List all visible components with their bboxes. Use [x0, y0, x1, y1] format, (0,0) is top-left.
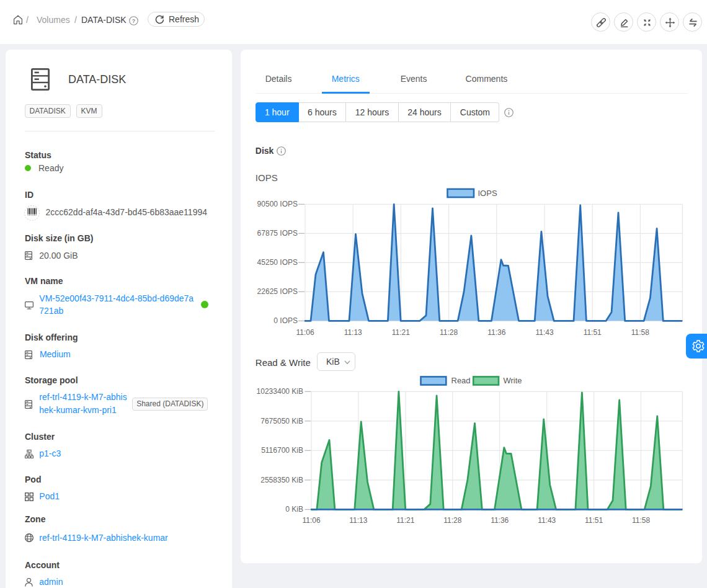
svg-text:45250 IOPS: 45250 IOPS: [257, 258, 298, 267]
svg-text:11:36: 11:36: [487, 328, 505, 337]
svg-text:11:21: 11:21: [396, 516, 414, 525]
svg-text:11:06: 11:06: [296, 328, 314, 337]
svg-text:0 KiB: 0 KiB: [285, 505, 303, 514]
svg-text:11:28: 11:28: [440, 328, 458, 337]
svg-text:22625 IOPS: 22625 IOPS: [257, 287, 298, 296]
svg-text:10233400 KiB: 10233400 KiB: [257, 387, 303, 396]
svg-text:11:36: 11:36: [491, 516, 509, 525]
svg-text:11:51: 11:51: [584, 328, 602, 337]
svg-text:7675050 KiB: 7675050 KiB: [260, 417, 303, 425]
svg-text:90500 IOPS: 90500 IOPS: [257, 200, 298, 208]
svg-text:5116700 KiB: 5116700 KiB: [261, 446, 303, 455]
svg-text:11:13: 11:13: [344, 328, 362, 337]
svg-text:11:28: 11:28: [443, 516, 461, 525]
svg-text:11:43: 11:43: [535, 328, 553, 337]
svg-text:11:13: 11:13: [349, 516, 367, 525]
svg-text:11:58: 11:58: [632, 516, 650, 525]
svg-text:11:51: 11:51: [585, 516, 603, 525]
svg-text:IOPS: IOPS: [478, 189, 497, 198]
svg-text:2558350 KiB: 2558350 KiB: [260, 476, 303, 484]
svg-text:11:58: 11:58: [631, 328, 649, 337]
svg-text:Write: Write: [504, 376, 522, 385]
svg-text:67875 IOPS: 67875 IOPS: [257, 229, 298, 238]
svg-text:Read: Read: [451, 376, 471, 385]
svg-text:0 IOPS: 0 IOPS: [273, 316, 298, 325]
svg-text:11:43: 11:43: [538, 516, 556, 525]
svg-text:11:06: 11:06: [302, 516, 320, 525]
svg-text:11:21: 11:21: [392, 328, 410, 337]
